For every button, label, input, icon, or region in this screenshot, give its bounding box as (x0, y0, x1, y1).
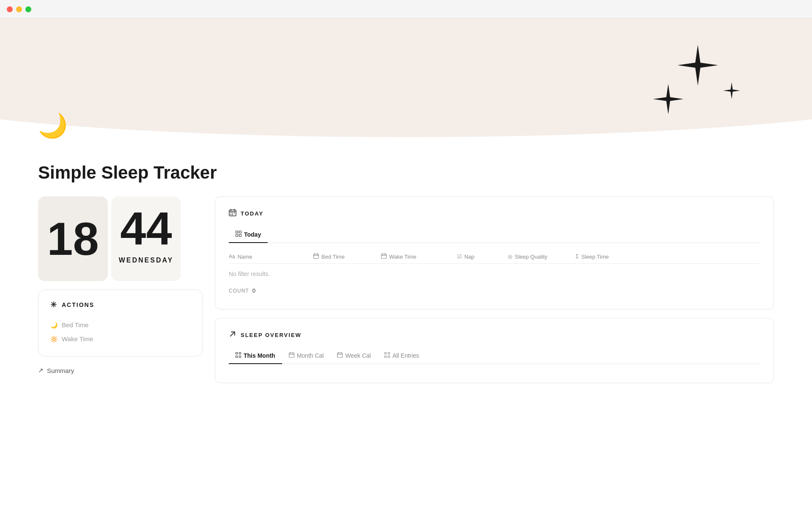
table-header: Aa Name Bed Time (229, 250, 760, 264)
main-grid: 18 44 WEDNESDAY ✳ ACTIONS 🌙 Bed Time (38, 196, 774, 383)
col-sleeptime-header: Σ Sleep Time (576, 253, 643, 260)
svg-rect-23 (236, 356, 238, 358)
actions-sparkle-icon: ✳ (50, 300, 58, 309)
week-cal-icon (337, 352, 343, 359)
page-content: Simple Sleep Tracker 18 44 WEDNESDAY (0, 163, 812, 409)
actions-title: ✳ ACTIONS (50, 300, 191, 309)
svg-rect-35 (384, 356, 386, 358)
action-bed-time[interactable]: 🌙 Bed Time (50, 318, 191, 332)
waketime-calendar-icon (381, 253, 387, 260)
all-entries-grid-icon (384, 352, 390, 359)
svg-rect-11 (236, 235, 238, 237)
maximize-button[interactable] (25, 6, 31, 12)
name-aa-icon: Aa (229, 254, 235, 260)
hour-card: 18 (38, 196, 108, 281)
tab-week-cal[interactable]: Week Cal (330, 348, 377, 364)
right-column: TODAY Today (215, 196, 774, 383)
summary-arrow-icon: ↗ (38, 367, 44, 374)
action-wake-time[interactable]: 🔆 Wake Time (50, 332, 191, 346)
no-results-text: No filter results. (229, 264, 760, 284)
today-panel: TODAY Today (215, 196, 774, 309)
today-tab-icon (236, 231, 241, 238)
svg-rect-9 (236, 231, 238, 233)
today-panel-header: TODAY (229, 209, 760, 218)
col-nap-header: ☑ Nap (457, 253, 508, 260)
svg-rect-34 (388, 353, 390, 354)
svg-rect-24 (239, 356, 241, 358)
tab-today[interactable]: Today (229, 226, 268, 243)
bed-time-moon-icon: 🌙 (50, 322, 58, 329)
this-month-grid-icon (236, 352, 241, 359)
count-value: 0 (252, 287, 256, 294)
minute-day-card: 44 WEDNESDAY (111, 196, 181, 281)
svg-rect-5 (232, 213, 233, 213)
overview-tabs: This Month Month Cal (229, 348, 760, 364)
svg-rect-33 (384, 353, 386, 354)
clock-day: WEDNESDAY (119, 257, 174, 264)
svg-rect-6 (234, 213, 235, 213)
svg-rect-4 (230, 213, 231, 213)
quality-circle-icon: ◎ (508, 254, 512, 260)
svg-rect-21 (236, 353, 238, 354)
overview-arrow-icon (229, 330, 236, 340)
count-label: COUNT (229, 288, 249, 294)
tab-all-entries[interactable]: All Entries (378, 348, 426, 364)
page-title: Simple Sleep Tracker (38, 163, 774, 183)
overview-panel: SLEEP OVERVIEW This Month (215, 318, 774, 383)
clock-hour: 18 (47, 215, 99, 262)
summary-link[interactable]: ↗ Summary (38, 365, 203, 376)
today-calendar-icon (229, 209, 236, 218)
sleeptime-sigma-icon: Σ (576, 254, 579, 260)
svg-rect-22 (239, 353, 241, 354)
minimize-button[interactable] (16, 6, 22, 12)
svg-rect-7 (230, 214, 231, 215)
tab-month-cal[interactable]: Month Cal (282, 348, 331, 364)
overview-panel-header: SLEEP OVERVIEW (229, 330, 760, 340)
actions-card: ✳ ACTIONS 🌙 Bed Time 🔆 Wake Time (38, 290, 203, 356)
sparkles-decoration (651, 44, 744, 122)
svg-rect-29 (337, 353, 343, 358)
col-quality-header: ◎ Sleep Quality (508, 253, 576, 260)
wake-time-sun-icon: 🔆 (50, 336, 58, 342)
close-button[interactable] (7, 6, 13, 12)
svg-rect-17 (381, 254, 387, 259)
svg-rect-8 (232, 214, 233, 215)
col-name-header: Aa Name (229, 253, 313, 260)
count-row: COUNT 0 (229, 284, 760, 297)
col-bedtime-header: Bed Time (313, 253, 381, 260)
bedtime-calendar-icon (313, 253, 319, 260)
tab-this-month[interactable]: This Month (229, 348, 282, 364)
moon-icon: 🌙 (38, 112, 68, 140)
svg-rect-36 (388, 356, 390, 358)
today-tabs: Today (229, 226, 760, 243)
svg-rect-13 (314, 254, 319, 259)
svg-rect-10 (239, 231, 241, 233)
left-column: 18 44 WEDNESDAY ✳ ACTIONS 🌙 Bed Time (38, 196, 203, 383)
month-cal-icon (289, 352, 294, 359)
svg-rect-25 (289, 353, 294, 358)
clock-card: 18 44 WEDNESDAY (38, 196, 203, 281)
svg-rect-12 (239, 235, 241, 237)
titlebar (0, 0, 812, 19)
col-waketime-header: Wake Time (381, 253, 457, 260)
clock-minute: 44 (120, 205, 172, 251)
hero-section: 🌙 (0, 19, 812, 163)
nap-check-icon: ☑ (457, 254, 462, 260)
